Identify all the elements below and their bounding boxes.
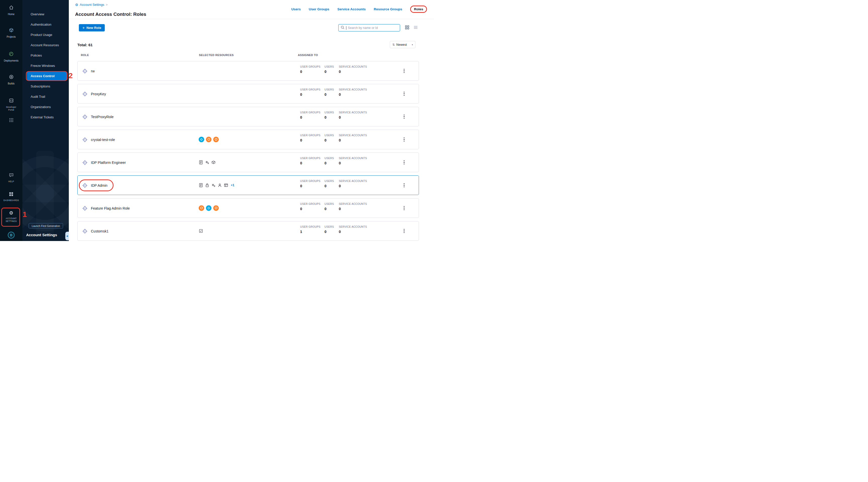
list-view-button[interactable] bbox=[413, 25, 418, 30]
selected-resources bbox=[199, 221, 203, 241]
assigned-users: USERS 0 bbox=[324, 156, 334, 165]
row-menu-button[interactable] bbox=[401, 84, 407, 103]
sidebar-item-subscriptions[interactable]: Subscriptions bbox=[22, 81, 69, 91]
sidebar-item-access-control[interactable]: Access Control bbox=[27, 72, 67, 80]
role-name[interactable]: Customsk1 bbox=[91, 229, 108, 233]
search-box[interactable] bbox=[338, 24, 400, 31]
catalog-box-icon bbox=[211, 160, 216, 164]
row-menu-button[interactable] bbox=[401, 130, 407, 149]
selected-resources bbox=[199, 153, 216, 172]
sidebar-item-organizations[interactable]: Organizations bbox=[22, 102, 69, 112]
rail-item-deployments[interactable]: Deployments bbox=[0, 51, 22, 62]
home-icon bbox=[9, 5, 14, 11]
service-accounts-count: 0 bbox=[339, 161, 367, 165]
users-count: 0 bbox=[324, 138, 334, 142]
sidebar-item-account-resources[interactable]: Account Resources bbox=[22, 40, 69, 50]
rail-item-help[interactable]: HELP bbox=[0, 173, 22, 183]
rail-item-builds[interactable]: Builds bbox=[0, 74, 22, 85]
row-menu-button[interactable] bbox=[401, 61, 407, 81]
user-groups-label: USER GROUPS bbox=[300, 225, 320, 228]
role-name[interactable]: crystal-test-role bbox=[91, 138, 115, 142]
role-row-idp-admin[interactable]: IDP Admin +1 USER GROUPS 0 USERS 0 SERVI… bbox=[78, 175, 419, 195]
column-header-role: ROLE bbox=[81, 54, 89, 57]
sidebar-item-audit-trail[interactable]: Audit Trail bbox=[22, 91, 69, 102]
rail-label: Projects bbox=[6, 35, 16, 38]
column-header-selected-resources: SELECTED RESOURCES bbox=[199, 54, 234, 57]
rail-item-account-settings[interactable]: ⚙ ACCOUNT SETTINGS bbox=[0, 211, 22, 223]
new-role-button[interactable]: New Role bbox=[79, 24, 105, 31]
service-accounts-label: SERVICE ACCOUNTS bbox=[339, 88, 367, 91]
lock-icon bbox=[205, 183, 210, 187]
assigned-users: USERS 0 bbox=[324, 88, 334, 96]
role-row-testproxyrole[interactable]: TestProxyRole USER GROUPS 0 USERS 0 SERV… bbox=[78, 107, 419, 126]
service-accounts-label: SERVICE ACCOUNTS bbox=[339, 179, 367, 182]
user-avatar[interactable]: D bbox=[8, 232, 14, 239]
role-target-icon bbox=[82, 137, 88, 143]
check-square-icon bbox=[199, 229, 203, 233]
selected-resources bbox=[199, 130, 219, 149]
launch-first-generation-button[interactable]: Launch First Generation bbox=[29, 223, 63, 229]
users-count: 0 bbox=[324, 115, 334, 119]
sidebar-item-policies[interactable]: Policies bbox=[22, 50, 69, 61]
role-name[interactable]: Feature Flag Admin Role bbox=[91, 206, 130, 210]
role-row-crystal-test-role[interactable]: crystal-test-role USER GROUPS 0 USERS 0 … bbox=[78, 130, 419, 149]
role-row-idp-platform-engineer[interactable]: IDP Platform Engineer USER GROUPS 0 USER… bbox=[78, 153, 419, 172]
sidebar-collapse-button[interactable]: ◀ bbox=[65, 232, 69, 240]
assigned-service-accounts: SERVICE ACCOUNTS 0 bbox=[339, 134, 367, 142]
sort-dropdown[interactable]: Newest bbox=[390, 41, 415, 48]
user-groups-label: USER GROUPS bbox=[300, 88, 320, 91]
sidebar-item-external-tickets[interactable]: External Tickets bbox=[22, 112, 69, 122]
row-menu-button[interactable] bbox=[401, 107, 407, 126]
gear-watermark bbox=[22, 157, 69, 230]
row-menu-button[interactable] bbox=[401, 176, 407, 195]
users-label: USERS bbox=[324, 65, 334, 68]
role-row-rw[interactable]: rw USER GROUPS 0 USERS 0 SERVICE ACCOUNT… bbox=[78, 61, 419, 81]
sidebar-item-freeze-windows[interactable]: Freeze Windows bbox=[22, 61, 69, 71]
users-count: 0 bbox=[324, 207, 334, 211]
sidebar-item-overview[interactable]: Overview bbox=[22, 9, 69, 19]
service-accounts-count: 0 bbox=[339, 230, 367, 234]
row-menu-button[interactable] bbox=[401, 221, 407, 241]
assigned-user-groups: USER GROUPS 0 bbox=[300, 156, 320, 165]
rail-item-developer-portal[interactable]: Developer Portal bbox=[0, 98, 22, 111]
search-input[interactable] bbox=[348, 26, 398, 30]
breadcrumb[interactable]: ⚙ Account Settings > bbox=[75, 3, 107, 6]
service-accounts-count: 0 bbox=[339, 70, 367, 73]
rail-item-all-modules[interactable] bbox=[0, 118, 22, 123]
module-rail: Home Projects Deployments Builds Develop… bbox=[0, 0, 22, 241]
role-row-feature-flag-admin-role[interactable]: Feature Flag Admin Role USER GROUPS 0 US… bbox=[78, 198, 419, 218]
role-row-proxykey[interactable]: ProxyKey USER GROUPS 0 USERS 0 SERVICE A… bbox=[78, 84, 419, 103]
user-icon bbox=[217, 183, 222, 187]
tab-resource-groups[interactable]: Resource Groups bbox=[374, 7, 402, 11]
users-label: USERS bbox=[324, 88, 334, 91]
role-name[interactable]: TestProxyRole bbox=[91, 115, 114, 119]
user-groups-count: 0 bbox=[300, 138, 320, 142]
breadcrumb-link[interactable]: Account Settings bbox=[80, 3, 104, 6]
role-row-customsk1[interactable]: Customsk1 USER GROUPS 1 USERS 0 SERVICE … bbox=[78, 221, 419, 241]
page-title: Account Access Control: Roles bbox=[75, 11, 146, 17]
role-name[interactable]: rw bbox=[91, 69, 95, 73]
users-count: 0 bbox=[324, 92, 334, 96]
rail-item-projects[interactable]: Projects bbox=[0, 28, 22, 38]
developer-portal-icon bbox=[9, 98, 14, 104]
assigned-users: USERS 0 bbox=[324, 134, 334, 142]
tab-user-groups[interactable]: User Groups bbox=[309, 7, 329, 11]
cube-icon bbox=[9, 28, 14, 34]
rail-item-home[interactable]: Home bbox=[0, 5, 22, 16]
role-name[interactable]: IDP Admin bbox=[91, 183, 107, 187]
grid-view-button[interactable] bbox=[405, 25, 410, 30]
tab-users[interactable]: Users bbox=[291, 7, 301, 11]
row-menu-button[interactable] bbox=[401, 153, 407, 172]
role-name[interactable]: IDP Platform Engineer bbox=[91, 160, 126, 164]
tab-roles[interactable]: Roles bbox=[410, 5, 427, 13]
sidebar-item-authentication[interactable]: Authentication bbox=[22, 19, 69, 30]
tab-service-accounts[interactable]: Service Accounts bbox=[337, 7, 366, 11]
tab-bar: UsersUser GroupsService AccountsResource… bbox=[291, 4, 427, 13]
header-divider bbox=[69, 19, 434, 19]
sidebar-item-product-usage[interactable]: Product Usage bbox=[22, 30, 69, 40]
rail-item-dashboards[interactable]: DASHBOARDS bbox=[0, 192, 22, 202]
settings-nav: OverviewAuthenticationProduct UsageAccou… bbox=[22, 9, 69, 122]
row-menu-button[interactable] bbox=[401, 199, 407, 218]
service-accounts-label: SERVICE ACCOUNTS bbox=[339, 134, 367, 137]
role-name[interactable]: ProxyKey bbox=[91, 92, 106, 96]
